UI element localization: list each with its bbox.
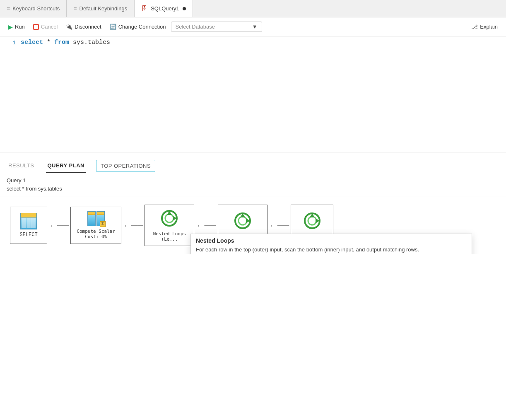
svg-point-5 bbox=[239, 217, 247, 225]
nested-loops-3-icon bbox=[303, 212, 321, 231]
tab-bar: ≡ Keyboard Shortcuts ≡ Default Keybindin… bbox=[0, 0, 506, 17]
tab-keyboard-shortcuts-label: Keyboard Shortcuts bbox=[12, 5, 60, 12]
tab-top-operations[interactable]: TOP OPERATIONS bbox=[96, 160, 155, 172]
explain-button[interactable]: ⎇ Explain bbox=[468, 22, 501, 32]
svg-point-1 bbox=[165, 214, 173, 222]
diagram-area: SELECT ←── Σ Compute Scalar Cost: 0% ←── bbox=[0, 196, 506, 254]
modified-dot bbox=[183, 7, 186, 10]
nested-loops-1-node[interactable]: Nested Loops(Le... bbox=[145, 205, 194, 246]
keyword-from: from bbox=[54, 39, 69, 46]
tooltip-description: For each row in the top (outer) input, s… bbox=[191, 246, 472, 254]
tab-results[interactable]: RESULTS bbox=[7, 159, 36, 173]
arrow-3: ←── bbox=[194, 221, 217, 230]
run-button[interactable]: ▶ Run bbox=[5, 22, 28, 32]
database-icon: 🗄 bbox=[141, 5, 147, 12]
select-database-dropdown[interactable]: Select Database ▼ bbox=[171, 22, 262, 32]
keyword-select: select bbox=[21, 39, 43, 46]
nested-loops-2-icon bbox=[234, 212, 252, 231]
explain-icon: ⎇ bbox=[471, 24, 478, 30]
select-node[interactable]: SELECT bbox=[10, 207, 47, 244]
nested-loops-tooltip: Nested Loops For each row in the top (ou… bbox=[190, 234, 472, 254]
code-line-1: select * from sys.tables bbox=[21, 39, 110, 46]
code-table: sys.tables bbox=[69, 39, 110, 46]
compute-scalar-label: Compute Scalar Cost: 0% bbox=[77, 229, 115, 239]
cancel-icon bbox=[33, 24, 39, 30]
results-tab-bar: RESULTS QUERY PLAN TOP OPERATIONS bbox=[0, 152, 506, 173]
query-info: Query 1 select * from sys.tables bbox=[0, 173, 506, 196]
cancel-label: Cancel bbox=[41, 24, 58, 30]
change-connection-button[interactable]: 🔄 Change Connection bbox=[106, 22, 169, 31]
editor-line-1: 1 select * from sys.tables bbox=[0, 36, 506, 46]
toolbar: ▶ Run Cancel 🔌 Disconnect 🔄 Change Conne… bbox=[0, 17, 506, 36]
nested-loops-1-icon bbox=[160, 209, 178, 229]
run-label: Run bbox=[15, 24, 25, 30]
nested-loops-1-label: Nested Loops(Le... bbox=[153, 231, 186, 242]
hamburger-icon: ≡ bbox=[7, 5, 10, 12]
disconnect-button[interactable]: 🔌 Disconnect bbox=[63, 22, 104, 31]
tab-sqlquery1[interactable]: 🗄 SQLQuery1 bbox=[134, 0, 193, 17]
tab-query-plan-label: QUERY PLAN bbox=[48, 162, 85, 169]
svg-point-9 bbox=[308, 217, 316, 225]
compute-scalar-node[interactable]: Σ Compute Scalar Cost: 0% bbox=[70, 207, 121, 244]
hamburger-icon-2: ≡ bbox=[73, 5, 77, 12]
line-number-1: 1 bbox=[0, 39, 21, 46]
change-connection-label: Change Connection bbox=[118, 24, 166, 30]
disconnect-label: Disconnect bbox=[75, 24, 101, 30]
explain-label: Explain bbox=[480, 24, 498, 30]
disconnect-icon: 🔌 bbox=[66, 24, 72, 30]
run-icon: ▶ bbox=[8, 24, 13, 30]
tab-results-label: RESULTS bbox=[8, 162, 34, 169]
cancel-button[interactable]: Cancel bbox=[30, 22, 61, 31]
arrow-4: ←── bbox=[267, 221, 291, 230]
tooltip-title: Nested Loops bbox=[191, 234, 472, 246]
select-icon bbox=[20, 213, 37, 229]
editor-area[interactable]: 1 select * from sys.tables bbox=[0, 36, 506, 152]
select-node-label: SELECT bbox=[19, 232, 37, 238]
tab-default-keybindings[interactable]: ≡ Default Keybindings bbox=[67, 0, 134, 17]
tab-sqlquery1-label: SQLQuery1 bbox=[151, 5, 179, 12]
arrow-1: ←── bbox=[47, 221, 70, 230]
tab-query-plan[interactable]: QUERY PLAN bbox=[46, 159, 87, 173]
select-database-placeholder: Select Database bbox=[176, 24, 215, 30]
query-sql: select * from sys.tables bbox=[7, 185, 499, 193]
tab-default-keybindings-label: Default Keybindings bbox=[80, 5, 128, 12]
tab-keyboard-shortcuts[interactable]: ≡ Keyboard Shortcuts bbox=[0, 0, 67, 17]
query-title: Query 1 bbox=[7, 176, 499, 185]
tab-top-operations-label: TOP OPERATIONS bbox=[101, 163, 151, 169]
change-connection-icon: 🔄 bbox=[110, 24, 116, 30]
compute-scalar-icon: Σ bbox=[87, 211, 105, 226]
code-star: * bbox=[43, 39, 54, 46]
chevron-down-icon: ▼ bbox=[252, 24, 258, 30]
arrow-2: ←── bbox=[121, 221, 145, 230]
